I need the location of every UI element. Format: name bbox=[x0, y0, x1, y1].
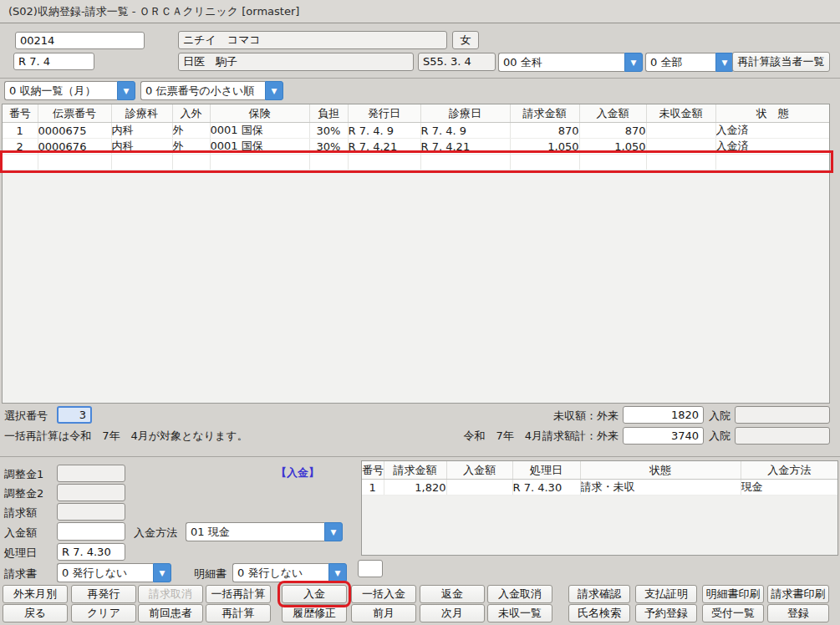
chevron-down-icon[interactable]: ▼ bbox=[624, 53, 643, 72]
process-date-label: 処理日 bbox=[4, 546, 37, 561]
billing-month-input[interactable] bbox=[13, 53, 94, 70]
cell: 現金 bbox=[741, 480, 837, 495]
chevron-down-icon[interactable]: ▼ bbox=[715, 53, 734, 72]
cell: 30% bbox=[309, 155, 348, 170]
chevron-down-icon[interactable]: ▼ bbox=[324, 522, 343, 541]
recalc-notice: 一括再計算は令和 7年 4月が対象となります。 bbox=[4, 429, 248, 444]
department-select[interactable]: 00 全科 ▼ bbox=[498, 53, 643, 72]
scope-value: 0 全部 bbox=[645, 53, 715, 72]
patient-id-input[interactable] bbox=[15, 32, 145, 49]
deposit-input[interactable] bbox=[57, 522, 125, 541]
cell: 1,820 bbox=[646, 155, 715, 170]
payment-row-1[interactable]: 1 1,820 R 7. 4.30 請求・未収 現金 bbox=[362, 480, 837, 495]
payment-table-header-row: 番号 請求金額 入金額 処理日 状態 入金方法 bbox=[362, 461, 837, 480]
unpaid-outpatient-amount bbox=[623, 406, 704, 424]
invoice-amount-field bbox=[57, 503, 125, 521]
scope-select[interactable]: 0 全部 ▼ bbox=[645, 53, 734, 72]
invoice-doc-label: 請求書 bbox=[4, 567, 37, 582]
invoice-row-2[interactable]: 2 0000676 内科 外 0001 国保 30% R 7. 4.21 R 7… bbox=[3, 139, 829, 155]
recalc-button[interactable]: 再計算 bbox=[206, 604, 271, 622]
clear-button[interactable]: クリア bbox=[71, 604, 136, 622]
statement-value: 0 発行しない bbox=[232, 563, 328, 582]
section-divider bbox=[0, 456, 840, 457]
unpaid-outpatient-label: 未収額：外来 bbox=[510, 409, 619, 424]
cell: 1,050 bbox=[579, 139, 646, 155]
cell: 内科 bbox=[111, 155, 172, 170]
chevron-down-icon[interactable]: ▼ bbox=[153, 563, 171, 582]
cell bbox=[646, 123, 715, 139]
adjustment1-field bbox=[57, 465, 125, 482]
invoice-row-1[interactable]: 1 0000675 内科 外 0001 国保 30% R 7. 4. 9 R 7… bbox=[3, 123, 829, 139]
statement-select[interactable]: 0 発行しない ▼ bbox=[232, 563, 347, 582]
recalc-candidates-button[interactable]: 再計算該当者一覧 bbox=[732, 52, 830, 72]
statement-print-button[interactable]: 明細書印刷 bbox=[702, 585, 764, 603]
cell: 1 bbox=[362, 480, 384, 495]
unpaid-list-button[interactable]: 未収一覧 bbox=[487, 604, 552, 622]
batch-deposit-button[interactable]: 一括入金 bbox=[351, 585, 416, 603]
column-header-process-date: 処理日 bbox=[512, 461, 580, 480]
payment-certificate-button[interactable]: 支払証明 bbox=[635, 585, 697, 603]
invoice-doc-select[interactable]: 0 発行しない ▼ bbox=[57, 563, 171, 582]
deposit-button[interactable]: 入金 bbox=[282, 585, 347, 603]
monthly-inpatient-label: 入院 bbox=[709, 429, 731, 444]
cell: 870 bbox=[510, 123, 579, 139]
payment-history-table: 番号 請求金額 入金額 処理日 状態 入金方法 1 1,820 R 7. 4.3… bbox=[361, 460, 838, 556]
sort-order-value: 0 伝票番号の小さい順 bbox=[140, 81, 265, 100]
list-type-select[interactable]: 0 収納一覧（月） ▼ bbox=[4, 81, 135, 100]
cell: 入金済 bbox=[715, 139, 829, 155]
column-header-insurance: 保険 bbox=[210, 104, 309, 123]
column-header-number: 番号 bbox=[3, 104, 38, 123]
history-edit-button[interactable]: 履歴修正 bbox=[282, 604, 347, 622]
cell: 30% bbox=[309, 139, 348, 155]
cell: R 7. 4.30 bbox=[512, 480, 580, 495]
previous-month-button[interactable]: 前月 bbox=[351, 604, 416, 622]
title-bar: (S02)収納登録-請求一覧 - ＯＲＣＡクリニック [ormaster] bbox=[0, 0, 840, 23]
outpatient-monthly-button[interactable]: 外来月別 bbox=[3, 585, 68, 603]
selection-number-input[interactable] bbox=[57, 406, 92, 424]
chevron-down-icon[interactable]: ▼ bbox=[265, 81, 283, 100]
reception-list-button[interactable]: 受付一覧 bbox=[702, 604, 764, 622]
chevron-down-icon[interactable]: ▼ bbox=[117, 81, 135, 100]
invoice-print-button[interactable]: 請求書印刷 bbox=[767, 585, 829, 603]
column-header-inout: 入外 bbox=[172, 104, 210, 123]
previous-patient-button[interactable]: 前回患者 bbox=[138, 604, 203, 622]
column-header-paid-amount: 入金額 bbox=[579, 104, 646, 123]
cell: 0001 国保 bbox=[210, 139, 309, 155]
selection-number-label: 選択番号 bbox=[4, 409, 48, 424]
batch-recalc-button[interactable]: 一括再計算 bbox=[206, 585, 271, 603]
invoice-table-header-row: 番号 伝票番号 診療科 入外 保険 負担 発行日 診療日 請求金額 入金額 未収… bbox=[3, 104, 829, 123]
cell: R 7. 4.21 bbox=[348, 139, 420, 155]
cell: 請求・未収 bbox=[580, 480, 741, 495]
payment-method-select[interactable]: 01 現金 ▼ bbox=[186, 522, 343, 541]
cancel-deposit-button[interactable]: 入金取消 bbox=[487, 585, 552, 603]
statement-extra-input[interactable] bbox=[358, 560, 383, 577]
cell: R 7. 4. 9 bbox=[420, 123, 510, 139]
column-header-issue-date: 発行日 bbox=[348, 104, 420, 123]
list-type-value: 0 収納一覧（月） bbox=[4, 81, 117, 100]
back-button[interactable]: 戻る bbox=[3, 604, 68, 622]
process-date-input[interactable] bbox=[57, 543, 125, 561]
sort-order-select[interactable]: 0 伝票番号の小さい順 ▼ bbox=[140, 81, 283, 100]
cell: R 7. 4.30 bbox=[420, 155, 510, 170]
name-search-button[interactable]: 氏名検索 bbox=[568, 604, 630, 622]
patient-kanji-name-field: 日医 駒子 bbox=[178, 53, 414, 71]
button-row-1: 外来月別 再発行 請求取消 一括再計算 入金 一括入金 返金 入金取消 請求確認… bbox=[0, 585, 840, 603]
column-header-billed-amount: 請求金額 bbox=[384, 461, 446, 480]
reissue-button[interactable]: 再発行 bbox=[71, 585, 136, 603]
cell: R 7. 4. 9 bbox=[348, 123, 420, 139]
reservation-button[interactable]: 予約登録 bbox=[635, 604, 697, 622]
birth-date-field: S55. 3. 4 bbox=[418, 53, 496, 71]
next-month-button[interactable]: 次月 bbox=[420, 604, 485, 622]
monthly-total-label: 令和 7年 4月請求額計：外来 bbox=[435, 429, 619, 444]
invoice-confirm-button[interactable]: 請求確認 bbox=[568, 585, 630, 603]
column-header-billed-amount: 請求金額 bbox=[510, 104, 579, 123]
cell: 0000675 bbox=[38, 123, 111, 139]
patient-kana-name-field: ニチイ コマコ bbox=[178, 31, 447, 49]
cell: 1,820 bbox=[510, 155, 579, 170]
invoice-row-3-selected[interactable]: 3 0000682 内科 外 0001 国保 30% R 7. 4.30 R 7… bbox=[3, 155, 829, 170]
unpaid-inpatient-label: 入院 bbox=[709, 409, 731, 424]
register-button[interactable]: 登録 bbox=[767, 604, 829, 622]
chevron-down-icon[interactable]: ▼ bbox=[328, 563, 347, 582]
refund-button[interactable]: 返金 bbox=[420, 585, 485, 603]
cell: 外 bbox=[172, 139, 210, 155]
